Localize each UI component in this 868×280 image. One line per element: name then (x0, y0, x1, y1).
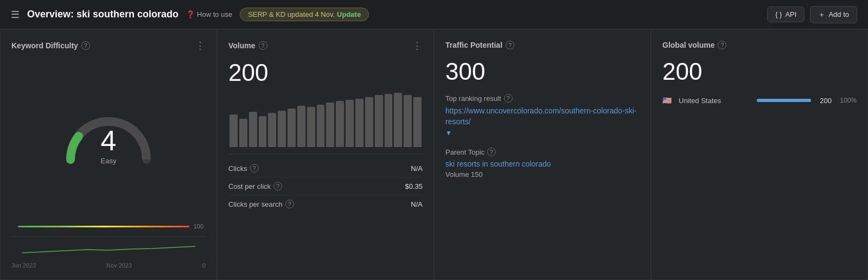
volume-card: Volume ? ⋮ 200 Clicks ? N/A Cost per cli… (217, 29, 434, 280)
dropdown-arrow-icon[interactable]: ▼ (445, 129, 640, 137)
main-grid: Keyword Difficulty ? ⋮ 4 Easy (0, 29, 868, 280)
volume-bar (297, 106, 305, 147)
hamburger-icon[interactable]: ☰ (11, 9, 20, 21)
us-flag-icon: 🇺🇸 (662, 96, 674, 105)
volume-bar (268, 113, 276, 147)
kd-more-icon[interactable]: ⋮ (195, 41, 206, 50)
volume-bar (229, 114, 238, 147)
volume-value: 200 (228, 59, 423, 86)
kd-score: 4 (101, 126, 117, 155)
tp-title: Traffic Potential (445, 41, 502, 49)
how-to-use-button[interactable]: ❓ How to use (186, 10, 232, 18)
kd-trend-end: Nov 2023 (106, 262, 132, 269)
cpc-label: Cost per click ? (228, 182, 282, 190)
volume-bar (355, 99, 363, 147)
volume-help-icon[interactable]: ? (259, 41, 267, 50)
cps-help-icon[interactable]: ? (285, 200, 294, 208)
kd-gauge-container: 4 Easy (60, 57, 157, 219)
page-title: Overview: ski southern colorado (27, 9, 178, 20)
cpc-value: $0.35 (405, 182, 423, 190)
us-bar-fill (757, 99, 811, 102)
cps-value: N/A (411, 200, 423, 208)
clicks-help-icon[interactable]: ? (250, 164, 259, 173)
kd-trend-dates: Jun 2023 Nov 2023 0 (11, 262, 206, 269)
tp-card-header: Traffic Potential ? (445, 41, 640, 49)
volume-bar (336, 101, 344, 147)
help-circle-icon: ❓ (186, 10, 195, 18)
update-badge: SERP & KD updated 4 Nov. Update (240, 8, 369, 21)
volume-bar (239, 119, 247, 147)
parent-topic-link[interactable]: ski resorts in southern colorado (445, 160, 551, 168)
us-volume-bar (757, 99, 811, 102)
kd-title-group: Keyword Difficulty ? (11, 41, 90, 50)
tp-help-icon[interactable]: ? (506, 41, 514, 49)
add-to-label: Add to (828, 10, 849, 18)
country-row-us: 🇺🇸 United States 200 100% (662, 96, 857, 105)
add-to-button[interactable]: ＋ Add to (810, 6, 857, 23)
api-braces-icon: { } (775, 10, 782, 18)
update-link[interactable]: Update (337, 10, 361, 18)
traffic-potential-card: Traffic Potential ? 300 Top ranking resu… (434, 29, 651, 280)
global-volume-card: Global volume ? 200 🇺🇸 United States 200… (651, 29, 868, 280)
gv-title-group: Global volume ? (662, 41, 726, 49)
header-left: ☰ Overview: ski southern colorado ❓ How … (11, 8, 758, 21)
volume-title: Volume (228, 41, 256, 50)
clicks-stat-row: Clicks ? N/A (228, 160, 423, 177)
kd-trend-chart: Jun 2023 Nov 2023 0 (11, 236, 206, 269)
how-to-use-label: How to use (197, 10, 232, 18)
ranking-url-link[interactable]: https://www.uncovercolorado.com/southern… (445, 106, 640, 127)
us-volume: 200 (815, 97, 832, 105)
cpc-help-icon[interactable]: ? (273, 182, 282, 190)
parent-topic-volume: Volume 150 (445, 170, 640, 179)
kd-gauge-center: 4 Easy (101, 126, 117, 165)
tp-value: 300 (445, 58, 640, 85)
volume-bar (326, 103, 334, 147)
gv-title: Global volume (662, 41, 714, 49)
parent-topic-help-icon[interactable]: ? (487, 148, 496, 156)
plus-icon: ＋ (818, 10, 825, 20)
volume-bar (346, 100, 354, 147)
volume-bar (365, 97, 373, 147)
keyword-difficulty-card: Keyword Difficulty ? ⋮ 4 Easy (0, 29, 217, 280)
api-label: API (785, 10, 796, 18)
volume-bar (259, 116, 267, 147)
clicks-label: Clicks ? (228, 164, 259, 173)
volume-more-icon[interactable]: ⋮ (412, 41, 423, 50)
volume-bar (413, 97, 422, 147)
clicks-value: N/A (411, 164, 423, 173)
volume-title-group: Volume ? (228, 41, 267, 50)
kd-scale: 100 (11, 223, 206, 230)
tp-title-group: Traffic Potential ? (445, 41, 514, 49)
volume-bar (249, 112, 257, 147)
us-pct: 100% (836, 97, 857, 104)
volume-stats-table: Clicks ? N/A Cost per click ? $0.35 Clic… (228, 154, 423, 213)
volume-bar (394, 93, 402, 147)
volume-card-header: Volume ? ⋮ (228, 41, 423, 50)
header-right: { } API ＋ Add to (767, 6, 857, 23)
kd-title: Keyword Difficulty (11, 41, 78, 50)
parent-topic-label: Parent Topic ? (445, 148, 640, 156)
gv-card-header: Global volume ? (662, 41, 857, 49)
top-ranking-help-icon[interactable]: ? (504, 94, 513, 103)
kd-label: Easy (101, 157, 117, 165)
volume-bar (278, 111, 286, 147)
volume-bar (288, 109, 296, 147)
api-button[interactable]: { } API (767, 7, 805, 22)
volume-bar (385, 94, 393, 147)
gv-help-icon[interactable]: ? (718, 41, 726, 49)
gv-value: 200 (662, 58, 857, 85)
cpc-stat-row: Cost per click ? $0.35 (228, 177, 423, 195)
volume-bar-chart (228, 93, 423, 147)
volume-bar (375, 95, 383, 147)
volume-bar (307, 107, 315, 147)
header: ☰ Overview: ski southern colorado ❓ How … (0, 0, 868, 29)
us-country-name: United States (679, 97, 748, 105)
cps-stat-row: Clicks per search ? N/A (228, 195, 423, 213)
top-ranking-label: Top ranking result ? (445, 94, 640, 103)
kd-help-icon[interactable]: ? (81, 41, 90, 50)
kd-scale-max: 100 (194, 223, 203, 230)
kd-trend-zero: 0 (202, 262, 206, 269)
volume-bar (404, 95, 412, 147)
kd-scale-bar (18, 226, 189, 227)
parent-topic-section: Parent Topic ? ski resorts in southern c… (445, 148, 640, 179)
